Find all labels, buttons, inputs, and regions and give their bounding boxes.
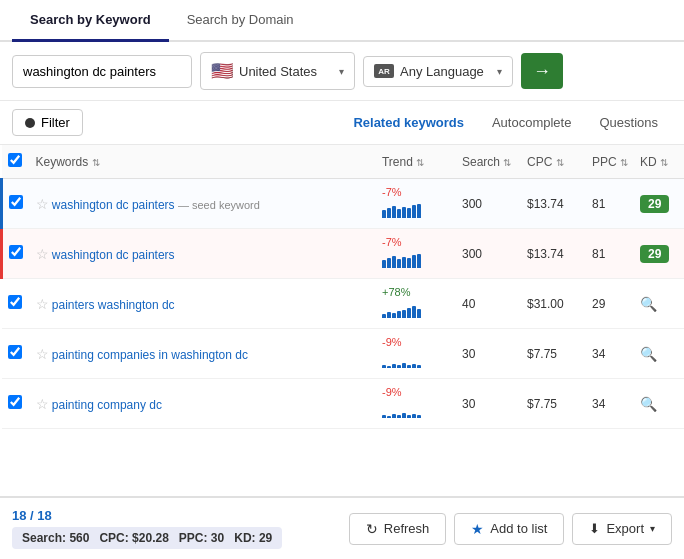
bar (382, 260, 386, 268)
seed-tag: — seed keyword (178, 199, 260, 211)
row-ppc-cell: 81 (586, 179, 634, 229)
th-ppc[interactable]: PPC ⇅ (586, 145, 634, 179)
th-ppc-sort-icon: ⇅ (620, 157, 628, 168)
kd-search-icon[interactable]: 🔍 (640, 296, 657, 312)
row-checkbox[interactable] (9, 195, 23, 209)
bar (407, 365, 411, 368)
refresh-label: Refresh (384, 521, 430, 536)
row-checkbox[interactable] (8, 295, 22, 309)
kd-search-icon[interactable]: 🔍 (640, 346, 657, 362)
tab-search-by-keyword[interactable]: Search by Keyword (12, 0, 169, 42)
star-icon[interactable]: ☆ (36, 396, 49, 412)
tab-autocomplete[interactable]: Autocomplete (478, 109, 586, 136)
row-ppc-cell: 81 (586, 229, 634, 279)
cpc-value: $31.00 (527, 297, 564, 311)
ppc-value: 81 (592, 197, 605, 211)
row-kd-cell: 🔍 (634, 329, 684, 379)
tab-questions[interactable]: Questions (585, 109, 672, 136)
row-cpc-cell: $31.00 (521, 279, 586, 329)
star-icon[interactable]: ☆ (36, 296, 49, 312)
row-checkbox-cell (2, 329, 30, 379)
bar (397, 259, 401, 268)
summary-kd-label: KD: (234, 531, 255, 545)
bar (397, 365, 401, 368)
ppc-value: 34 (592, 347, 605, 361)
row-checkbox[interactable] (8, 395, 22, 409)
row-checkbox-cell (2, 179, 30, 229)
export-chevron-icon: ▾ (650, 523, 655, 534)
bar (417, 254, 421, 268)
tab-search-by-domain[interactable]: Search by Domain (169, 0, 312, 42)
country-label: United States (239, 64, 317, 79)
country-select[interactable]: 🇺🇸 United States ▾ (200, 52, 355, 90)
row-checkbox[interactable] (9, 245, 23, 259)
search-volume: 40 (462, 297, 475, 311)
kd-search-icon[interactable]: 🔍 (640, 396, 657, 412)
trend-value: -7% (382, 236, 450, 248)
row-search-cell: 300 (456, 179, 521, 229)
results-table: Keywords ⇅ Trend ⇅ Search ⇅ CPC ⇅ (0, 145, 684, 429)
row-ppc-cell: 29 (586, 279, 634, 329)
keyword-input[interactable] (12, 55, 192, 88)
ppc-value: 34 (592, 397, 605, 411)
keyword-text[interactable]: painting companies in washington dc (52, 348, 248, 362)
bar (392, 313, 396, 318)
star-icon[interactable]: ☆ (36, 346, 49, 362)
th-checkbox (2, 145, 30, 179)
row-kd-cell: 29 (634, 179, 684, 229)
bar (407, 258, 411, 268)
search-volume: 300 (462, 247, 482, 261)
kd-badge: 29 (640, 245, 669, 263)
th-cpc[interactable]: CPC ⇅ (521, 145, 586, 179)
row-trend-cell: -9% (376, 379, 456, 429)
cpc-value: $13.74 (527, 197, 564, 211)
th-keywords-sort-icon: ⇅ (92, 157, 100, 168)
row-search-cell: 40 (456, 279, 521, 329)
th-search[interactable]: Search ⇅ (456, 145, 521, 179)
language-chevron-icon: ▾ (497, 66, 502, 77)
row-checkbox[interactable] (8, 345, 22, 359)
select-all-checkbox[interactable] (8, 153, 22, 167)
keyword-text[interactable]: washington dc painters (52, 248, 175, 262)
keyword-text[interactable]: washington dc painters (52, 198, 175, 212)
row-cpc-cell: $7.75 (521, 329, 586, 379)
row-keyword-cell: ☆ painters washington dc (30, 279, 376, 329)
refresh-button[interactable]: ↻ Refresh (349, 513, 447, 545)
keyword-text[interactable]: painters washington dc (52, 298, 175, 312)
country-flag: 🇺🇸 (211, 60, 233, 82)
ppc-value: 29 (592, 297, 605, 311)
bar (392, 414, 396, 418)
refresh-icon: ↻ (366, 521, 378, 537)
summary-pill: Search: 560 CPC: $20.28 PPC: 30 KD: 29 (12, 527, 282, 549)
bar (382, 210, 386, 218)
search-button[interactable]: → (521, 53, 563, 89)
bar (392, 256, 396, 268)
kd-badge: 29 (640, 195, 669, 213)
star-icon[interactable]: ☆ (36, 246, 49, 262)
bar (402, 363, 406, 368)
row-trend-cell: -7% (376, 179, 456, 229)
th-keywords[interactable]: Keywords ⇅ (30, 145, 376, 179)
star-icon[interactable]: ☆ (36, 196, 49, 212)
summary-search-label: Search: (22, 531, 66, 545)
keyword-text[interactable]: painting company dc (52, 398, 162, 412)
mini-chart (382, 248, 421, 268)
page-count: 18 / 18 (12, 508, 282, 523)
th-cpc-label: CPC (527, 155, 552, 169)
language-select[interactable]: AR Any Language ▾ (363, 56, 513, 87)
cpc-value: $13.74 (527, 247, 564, 261)
th-kd[interactable]: KD ⇅ (634, 145, 684, 179)
bar (417, 365, 421, 368)
row-kd-cell: 29 (634, 229, 684, 279)
bar (397, 311, 401, 318)
export-button[interactable]: ⬇ Export ▾ (572, 513, 672, 545)
th-trend[interactable]: Trend ⇅ (376, 145, 456, 179)
filter-button[interactable]: Filter (12, 109, 83, 136)
bar (397, 415, 401, 418)
filter-label: Filter (41, 115, 70, 130)
export-icon: ⬇ (589, 521, 600, 536)
row-search-cell: 300 (456, 229, 521, 279)
add-to-list-button[interactable]: ★ Add to list (454, 513, 564, 545)
mini-chart (382, 398, 421, 418)
tab-related-keywords[interactable]: Related keywords (339, 109, 478, 136)
